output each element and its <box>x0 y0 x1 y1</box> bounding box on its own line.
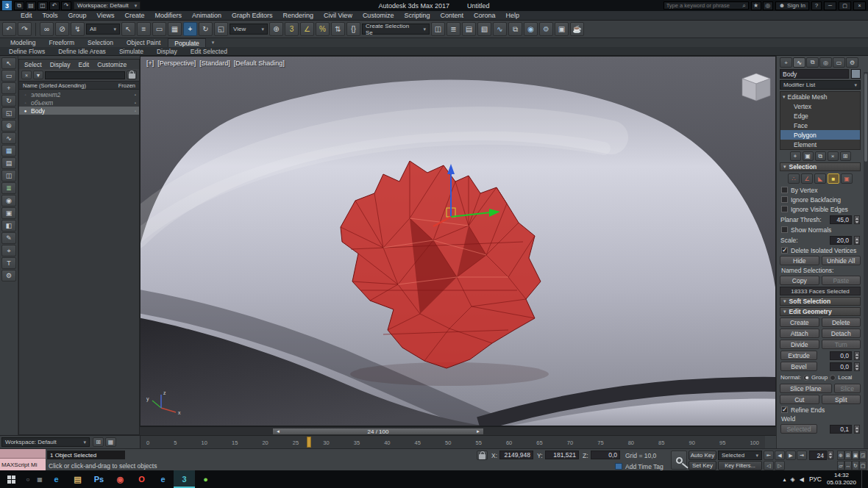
ribbon-tab-modeling[interactable]: Modeling <box>4 38 42 47</box>
left-render-icon[interactable]: ▣ <box>1 207 16 219</box>
search-icon[interactable]: ⌕ <box>742 2 745 10</box>
workspace-dropdown[interactable]: Workspace: Default <box>74 1 140 10</box>
remove-modifier-icon[interactable]: × <box>828 151 839 161</box>
face-subobject-icon[interactable]: ◣ <box>814 173 826 184</box>
make-unique-icon[interactable]: ⧉ <box>815 151 826 161</box>
utilities-tab-icon[interactable]: ⚙ <box>846 57 858 68</box>
menu-item[interactable]: Rendering <box>283 12 314 19</box>
viewcube[interactable] <box>742 73 770 101</box>
left-mirror-icon[interactable]: ◫ <box>1 170 16 182</box>
track-bar[interactable]: 0510152025303540455055606570758085909510… <box>140 436 765 449</box>
viewport-label-segment[interactable]: [+] <box>146 60 154 67</box>
tray-shield-icon[interactable]: ◈ <box>791 476 795 483</box>
show-desktop-button[interactable] <box>861 470 865 488</box>
planar-thresh-field[interactable]: 45,0 <box>830 215 852 224</box>
rendered-frame-icon[interactable]: ▣ <box>555 22 569 36</box>
help-search-box[interactable]: ⌕ <box>664 1 749 10</box>
select-rotate-icon[interactable]: ↻ <box>199 22 213 36</box>
offset-mode-icon[interactable]: ▦ <box>105 437 116 447</box>
tray-volume-icon[interactable]: ◀ <box>800 476 804 483</box>
normal-group-radio[interactable] <box>803 375 809 381</box>
display-tab-icon[interactable]: ▭ <box>833 57 845 68</box>
divide-button[interactable]: Divide <box>780 340 819 349</box>
time-slider[interactable]: ◄ 24 / 100 ► <box>140 426 776 435</box>
select-object-icon[interactable]: ↖ <box>121 22 135 36</box>
show-normals-checkbox[interactable] <box>781 226 788 233</box>
menu-item[interactable]: Edit <box>21 12 32 19</box>
viewport-3d-scene[interactable]: x y z <box>140 57 776 426</box>
current-frame-marker[interactable] <box>307 437 311 448</box>
menu-item[interactable]: Tools <box>43 12 58 19</box>
undo-icon[interactable]: ↶ <box>2 22 16 36</box>
taskbar-folder-icon[interactable]: ▤ <box>67 470 88 488</box>
time-slider-handle[interactable]: ◄ 24 / 100 ► <box>272 428 484 435</box>
left-edit-icon[interactable]: ✎ <box>1 232 16 244</box>
modify-tab-icon[interactable]: ∿ <box>793 57 805 68</box>
menu-item[interactable]: Content <box>440 12 463 19</box>
left-measure-icon[interactable]: ⌖ <box>1 245 16 256</box>
scene-explorer-menu-item[interactable]: Display <box>50 61 71 68</box>
left-rotate-icon[interactable]: ↻ <box>1 95 16 107</box>
delete-button[interactable]: Delete <box>822 317 861 327</box>
key-filters-button[interactable]: Key Filters... <box>718 461 762 470</box>
ribbon-tab-object-paint[interactable]: Object Paint <box>121 38 166 47</box>
macro-recorder-field[interactable] <box>0 449 46 459</box>
auto-key-button[interactable]: Auto Key <box>689 451 716 460</box>
bevel-field[interactable]: 0,0 <box>830 362 852 371</box>
polygon-subobject-icon[interactable]: ■ <box>828 173 839 184</box>
vertex-subobject-icon[interactable]: ∴ <box>788 173 800 184</box>
command-panel-scrollbar[interactable] <box>864 72 868 448</box>
next-key-button[interactable]: ▷ <box>775 461 785 470</box>
workspace-dropdown-bottom[interactable]: Workspace: Default <box>1 437 90 447</box>
prev-key-button[interactable]: ◁ <box>764 461 774 470</box>
help-search-input[interactable] <box>666 2 741 9</box>
frame-spinner[interactable] <box>828 451 833 459</box>
frozen-state-icon[interactable]: ▪ <box>135 93 136 97</box>
percent-snap-icon[interactable]: % <box>316 22 330 36</box>
weld-threshold-spinner[interactable] <box>854 425 860 434</box>
align-icon[interactable]: ≣ <box>447 22 460 36</box>
extrude-button[interactable]: Extrude <box>780 351 817 360</box>
copy-button[interactable]: Copy <box>780 276 819 285</box>
menu-item[interactable]: Group <box>68 12 87 19</box>
ribbon-tool-button[interactable]: Edit Selected <box>191 48 227 55</box>
zoom-extents-icon[interactable]: ▣ <box>852 451 859 460</box>
taskbar-search-icon[interactable]: ○ <box>22 470 34 488</box>
extrude-field[interactable]: 0,0 <box>830 351 852 360</box>
close-button[interactable]: × <box>853 1 866 10</box>
y-coord-field[interactable]: 181,521 <box>545 451 579 459</box>
hide-button[interactable]: Hide <box>780 256 819 265</box>
taskbar-edge-icon[interactable]: e <box>152 470 174 488</box>
taskbar-clock[interactable]: 14:32 05.03.2020 <box>827 472 856 487</box>
left-grid-icon[interactable]: ▦ <box>1 145 16 157</box>
go-end-button[interactable]: ⇥ <box>797 451 807 460</box>
ribbon-tab-selection[interactable]: Selection <box>82 38 119 47</box>
render-setup-icon[interactable]: ⚙ <box>539 22 553 36</box>
by-vertex-checkbox[interactable] <box>781 187 788 193</box>
edge-subobject-icon[interactable]: ∠ <box>801 173 813 184</box>
ribbon-tool-button[interactable]: Define Flows <box>9 48 45 55</box>
select-link-icon[interactable]: ∞ <box>40 22 54 36</box>
prev-frame-button[interactable]: ◀ <box>775 451 785 460</box>
taskbar-chrome-icon[interactable]: ◉ <box>110 470 131 488</box>
scene-explorer-menu-item[interactable]: Customize <box>97 61 127 68</box>
zoom-icon[interactable]: ⊕ <box>837 451 844 460</box>
taskbar-corona-icon[interactable]: ● <box>195 470 216 488</box>
split-button[interactable]: Split <box>822 395 861 404</box>
start-button[interactable] <box>0 470 22 488</box>
ignore-visible-edges-checkbox[interactable] <box>781 206 788 212</box>
left-curves-icon[interactable]: ∿ <box>1 132 16 144</box>
left-display-icon[interactable]: ◧ <box>1 220 16 232</box>
time-tag-icon[interactable] <box>615 463 622 470</box>
object-color-swatch[interactable] <box>851 69 861 79</box>
selection-filter-dropdown[interactable]: All <box>86 24 120 35</box>
menu-item[interactable]: Animation <box>192 12 221 19</box>
orbit-icon[interactable]: ↻ <box>852 461 859 470</box>
slice-plane-button[interactable]: Slice Plane <box>780 384 832 393</box>
bevel-button[interactable]: Bevel <box>780 362 817 371</box>
bind-spacewarp-icon[interactable]: ↯ <box>71 22 85 36</box>
left-gear-icon[interactable]: ⚙ <box>1 270 16 281</box>
taskbar-ie-icon[interactable]: e <box>46 470 67 488</box>
show-end-result-icon[interactable]: ▣ <box>803 151 814 161</box>
weld-selected-button[interactable]: Selected <box>780 424 817 434</box>
